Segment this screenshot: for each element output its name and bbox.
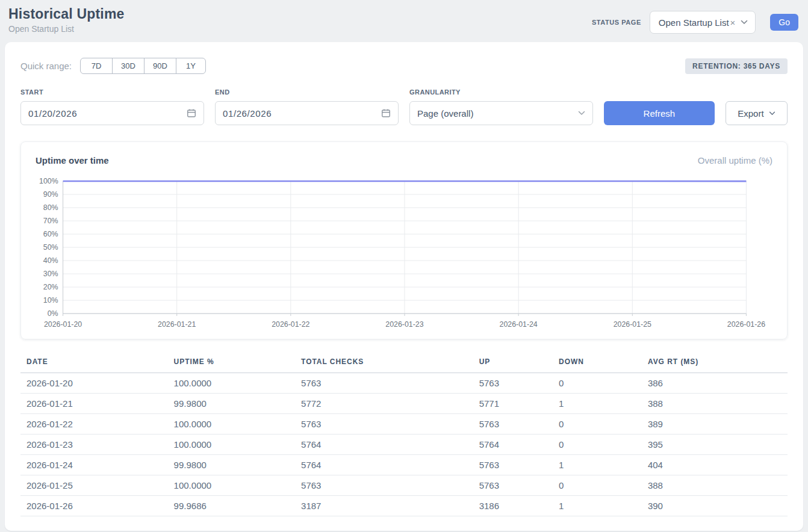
export-button[interactable]: Export [726,101,788,125]
table-row: 2026-01-22100.0000576357630389 [20,414,788,435]
table-cell: 5764 [473,435,553,455]
quick-range-7d[interactable]: 7D [80,58,113,74]
uptime-chart-card: Uptime over time Overall uptime (%) 0%10… [20,141,788,339]
granularity-label: GRANULARITY [409,88,593,96]
calendar-icon[interactable] [187,108,196,118]
status-page-select-value: Open Startup List [659,17,729,28]
refresh-button[interactable]: Refresh [604,101,715,125]
status-page-controls: STATUS PAGE Open Startup List × Go [592,11,798,34]
table-cell: 5763 [473,414,553,435]
quick-range-90d[interactable]: 90D [144,58,176,74]
table-column-header: UPTIME % [168,353,295,373]
table-column-header: DOWN [553,353,642,373]
table-cell: 0 [553,414,642,435]
granularity-select[interactable]: Page (overall) [409,101,593,125]
svg-text:90%: 90% [43,190,58,199]
table-cell: 5771 [473,394,553,414]
chart-axis-caption: Overall uptime (%) [698,155,772,165]
table-cell: 389 [642,414,788,435]
chart-header: Uptime over time Overall uptime (%) [36,155,772,165]
granularity-field: GRANULARITY Page (overall) [409,88,593,125]
svg-text:10%: 10% [43,296,58,305]
svg-text:2026-01-21: 2026-01-21 [158,320,196,329]
table-cell: 5772 [295,394,473,414]
table-row: 2026-01-2199.9800577257711388 [20,394,788,414]
uptime-chart-svg: 0%10%20%30%40%50%60%70%80%90%100%2026-01… [36,174,772,330]
svg-text:30%: 30% [43,270,58,278]
main-panel: Quick range: 7D 30D 90D 1Y RETENTION: 36… [5,42,803,531]
table-cell: 3186 [473,496,553,516]
quick-range-30d[interactable]: 30D [112,58,145,74]
end-date-label: END [215,88,399,96]
table-cell: 395 [642,435,788,455]
svg-text:2026-01-20: 2026-01-20 [44,320,82,329]
table-cell: 1 [553,394,642,414]
table-column-header: AVG RT (MS) [642,353,788,373]
table-cell: 3187 [295,496,473,516]
chevron-down-icon [741,20,748,25]
table-row: 2026-01-2499.9800576457631404 [20,455,788,475]
uptime-table: DATEUPTIME %TOTAL CHECKSUPDOWNAVG RT (MS… [20,353,788,516]
table-cell: 386 [642,373,788,394]
svg-text:2026-01-26: 2026-01-26 [727,320,765,329]
table-cell: 1 [553,496,642,516]
export-button-label: Export [738,108,763,119]
svg-text:20%: 20% [43,283,58,291]
end-date-input[interactable]: 01/26/2026 [215,101,399,125]
page-subtitle: Open Startup List [8,24,125,34]
clear-x-icon[interactable]: × [730,17,736,28]
start-date-label: START [20,88,204,96]
svg-text:2026-01-25: 2026-01-25 [614,320,651,329]
table-cell: 99.9800 [168,455,295,475]
page-heading: Historical Uptime Open Startup List [8,6,125,34]
table-cell: 0 [553,435,642,455]
table-cell: 5763 [295,475,473,496]
table-cell: 5763 [473,455,553,475]
svg-text:2026-01-22: 2026-01-22 [272,320,309,329]
table-cell: 2026-01-22 [20,414,168,435]
start-date-input[interactable]: 01/20/2026 [20,101,204,125]
uptime-table-wrap: DATEUPTIME %TOTAL CHECKSUPDOWNAVG RT (MS… [20,353,788,516]
svg-text:2026-01-24: 2026-01-24 [500,320,538,329]
chevron-down-icon [578,111,585,116]
table-cell: 2026-01-26 [20,496,168,516]
table-cell: 99.9800 [168,394,295,414]
granularity-value: Page (overall) [417,108,473,119]
table-column-header: TOTAL CHECKS [295,353,473,373]
table-cell: 388 [642,394,788,414]
page-title: Historical Uptime [8,6,125,22]
table-cell: 0 [553,475,642,496]
start-date-value: 01/20/2026 [28,108,77,119]
svg-text:80%: 80% [43,203,58,212]
table-row: 2026-01-25100.0000576357630388 [20,475,788,496]
table-cell: 390 [642,496,788,516]
table-cell: 100.0000 [168,373,295,394]
end-date-value: 01/26/2026 [223,108,272,119]
svg-text:100%: 100% [39,177,58,185]
table-cell: 2026-01-21 [20,394,168,414]
table-cell: 404 [642,455,788,475]
table-cell: 5763 [473,373,553,394]
retention-badge: RETENTION: 365 DAYS [685,58,788,74]
table-column-header: DATE [20,353,168,373]
table-body: 2026-01-20100.00005763576303862026-01-21… [20,373,788,516]
table-cell: 5764 [295,435,473,455]
table-cell: 100.0000 [168,414,295,435]
chart-title: Uptime over time [36,155,109,165]
quick-range-1y[interactable]: 1Y [176,58,206,74]
quick-range-label: Quick range: [20,61,72,71]
calendar-icon[interactable] [381,108,391,118]
table-header-row: DATEUPTIME %TOTAL CHECKSUPDOWNAVG RT (MS… [20,353,788,373]
svg-text:50%: 50% [43,243,58,252]
table-cell: 2026-01-20 [20,373,168,394]
status-page-select[interactable]: Open Startup List × [650,11,756,34]
chevron-down-icon [769,111,775,116]
table-cell: 100.0000 [168,475,295,496]
table-cell: 99.9686 [168,496,295,516]
table-cell: 5763 [295,373,473,394]
page-header: Historical Uptime Open Startup List STAT… [0,0,808,42]
svg-text:0%: 0% [48,309,58,318]
go-button[interactable]: Go [770,14,798,31]
table-cell: 2026-01-23 [20,435,168,455]
status-page-label: STATUS PAGE [592,19,641,26]
